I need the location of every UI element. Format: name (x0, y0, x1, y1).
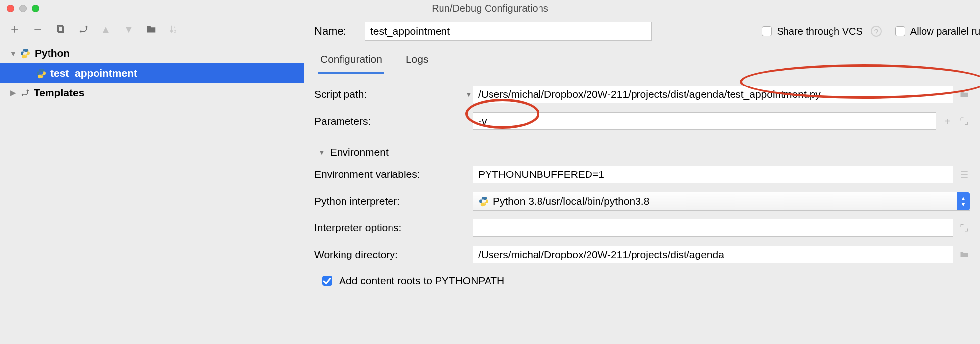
tree-node-templates[interactable]: ▶ Templates (0, 83, 304, 103)
environment-section-label: Environment (330, 146, 389, 158)
add-content-roots-label: Add content roots to PYTHONPATH (339, 275, 504, 287)
name-row: Name: Share through VCS ? Allow parallel… (304, 22, 980, 47)
share-vcs-checkbox[interactable]: Share through VCS ? (762, 26, 881, 37)
name-input[interactable] (365, 22, 652, 41)
working-dir-label: Working directory: (314, 249, 473, 260)
script-path-value: /Users/michal/Dropbox/20W-211/projects/d… (478, 88, 821, 100)
share-vcs-label: Share through VCS (777, 26, 862, 37)
tree-node-test-appointment[interactable]: test_appointment (0, 63, 304, 83)
add-content-roots-row[interactable]: Add content roots to PYTHONPATH (304, 268, 980, 287)
python-icon (20, 48, 31, 59)
checkbox-box (895, 26, 905, 36)
name-label: Name: (304, 25, 365, 38)
expand-icon[interactable] (958, 222, 970, 234)
tab-logs[interactable]: Logs (404, 47, 431, 74)
wrench-icon (20, 88, 30, 98)
tree-label: Templates (34, 87, 84, 99)
config-toolbar: ▲ ▼ az (0, 17, 304, 42)
interpreter-label: Python interpreter: (314, 195, 473, 207)
working-dir-row: Working directory: /Users/michal/Dropbox… (304, 241, 980, 268)
interp-options-input[interactable] (473, 219, 953, 237)
allow-parallel-label: Allow parallel ru (910, 26, 980, 37)
titlebar: Run/Debug Configurations (0, 0, 980, 17)
sort-az-icon[interactable]: az (168, 23, 180, 35)
script-path-label: Script path: ▼ (314, 88, 473, 100)
env-vars-row: Environment variables: PYTHONUNBUFFERED=… (304, 161, 980, 188)
right-pane: Name: Share through VCS ? Allow parallel… (304, 17, 980, 344)
folder-browse-icon[interactable] (958, 249, 970, 260)
parameters-input[interactable]: -v (473, 112, 936, 130)
move-up-icon[interactable]: ▲ (100, 23, 112, 35)
config-tree[interactable]: ▼ Python test_appointment ▶ Templates (0, 42, 304, 103)
move-down-icon[interactable]: ▼ (123, 23, 135, 35)
interpreter-select[interactable]: Python 3.8 /usr/local/bin/python3.8 ▲▼ (473, 192, 970, 211)
left-pane: ▲ ▼ az ▼ Python test_appointment ▶ (0, 17, 304, 344)
chevron-down-icon[interactable]: ▼ (465, 90, 473, 98)
script-path-row: Script path: ▼ /Users/michal/Dropbox/20W… (304, 81, 980, 108)
parameters-label: Parameters: (314, 115, 473, 127)
window-title: Run/Debug Configurations (0, 3, 980, 14)
chevron-down-icon: ▼ (318, 148, 325, 156)
run-debug-configurations-window: Run/Debug Configurations ▲ ▼ az ▼ Python (0, 0, 980, 344)
parameters-value: -v (478, 115, 487, 127)
add-config-icon[interactable] (9, 23, 21, 35)
working-dir-value: /Users/michal/Dropbox/20W-211/projects/d… (478, 249, 724, 260)
allow-parallel-checkbox[interactable]: Allow parallel ru (895, 26, 980, 37)
expand-icon[interactable] (958, 115, 970, 127)
plus-icon[interactable]: + (941, 115, 953, 127)
interpreter-row: Python interpreter: Python 3.8 /usr/loca… (304, 188, 980, 215)
help-icon[interactable]: ? (871, 26, 882, 37)
folder-browse-icon[interactable] (958, 88, 970, 100)
disclosure-triangle-icon[interactable]: ▼ (9, 49, 18, 58)
svg-text:z: z (174, 29, 176, 34)
parameters-row: Parameters: -v + (304, 108, 980, 134)
interp-options-row: Interpreter options: (304, 215, 980, 241)
working-dir-input[interactable]: /Users/michal/Dropbox/20W-211/projects/d… (473, 246, 953, 263)
interpreter-path: /usr/local/bin/python3.8 (542, 195, 649, 207)
folder-icon[interactable] (146, 23, 157, 35)
env-vars-value: PYTHONUNBUFFERED=1 (478, 169, 604, 180)
interp-options-label: Interpreter options: (314, 222, 473, 234)
tree-node-python[interactable]: ▼ Python (0, 43, 304, 63)
environment-section-header[interactable]: ▼ Environment (304, 134, 980, 161)
disclosure-triangle-icon[interactable]: ▶ (9, 88, 18, 97)
checkbox-box (322, 276, 332, 286)
list-icon[interactable] (958, 169, 970, 180)
script-path-input[interactable]: /Users/michal/Dropbox/20W-211/projects/d… (473, 86, 953, 103)
python-icon (478, 196, 489, 207)
interpreter-value: Python 3.8 (493, 195, 542, 207)
window-body: ▲ ▼ az ▼ Python test_appointment ▶ (0, 17, 980, 344)
checkbox-box (762, 26, 772, 36)
remove-config-icon[interactable] (32, 23, 44, 35)
python-icon (36, 68, 47, 79)
tabs: Configuration Logs (304, 47, 980, 74)
env-vars-input[interactable]: PYTHONUNBUFFERED=1 (473, 166, 953, 183)
tree-label: Python (35, 47, 70, 59)
svg-text:a: a (174, 25, 177, 29)
select-arrows-icon: ▲▼ (957, 192, 970, 210)
edit-defaults-icon[interactable] (77, 23, 89, 35)
env-vars-label: Environment variables: (314, 169, 473, 180)
name-extras: Share through VCS ? Allow parallel ru (762, 26, 980, 37)
tree-label: test_appointment (50, 67, 137, 79)
tab-configuration[interactable]: Configuration (318, 47, 384, 74)
copy-config-icon[interactable] (54, 23, 66, 35)
configuration-form: Script path: ▼ /Users/michal/Dropbox/20W… (304, 74, 980, 287)
